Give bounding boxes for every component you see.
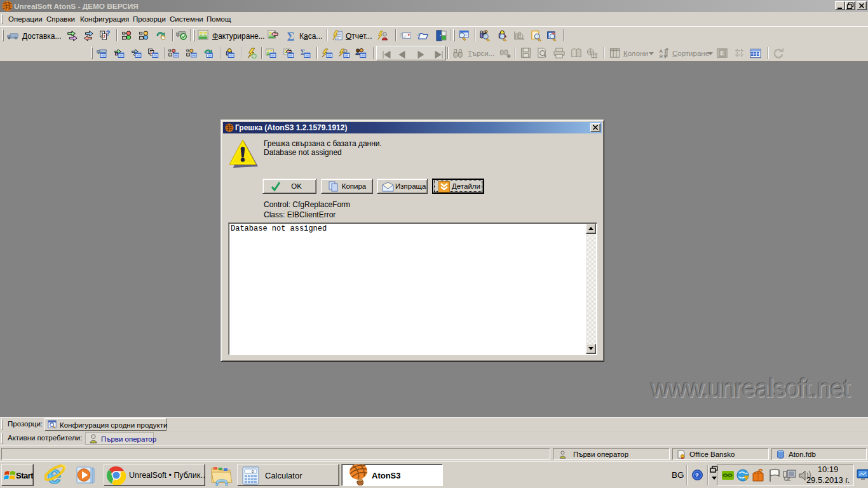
- svg-text:2: 2: [103, 35, 105, 39]
- svg-text:?: ?: [695, 471, 699, 478]
- svg-text:Σ: Σ: [720, 50, 724, 57]
- svg-text:Я: Я: [659, 53, 662, 59]
- svg-text:Σ: Σ: [287, 30, 295, 42]
- svg-text:?: ?: [106, 30, 111, 37]
